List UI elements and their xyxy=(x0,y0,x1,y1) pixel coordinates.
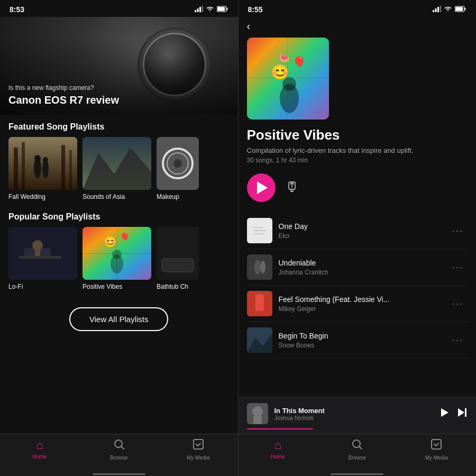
track-item-one-day[interactable]: One Day Eko ··· xyxy=(247,213,468,249)
playlist-item-makeup[interactable]: Makeup xyxy=(157,137,199,200)
playlist-item-positive-vibes[interactable]: 😊 🎈 Positive Vibes xyxy=(83,227,151,290)
track-item-begin[interactable]: Begin To Begin Snow Bones ··· xyxy=(247,322,468,359)
view-all-button[interactable]: View All Playlists xyxy=(69,307,168,331)
svg-point-62 xyxy=(254,260,261,274)
playlist-subtitle: Compilation of lyric-driven tracks that … xyxy=(247,147,468,154)
playlist-item-fall-wedding[interactable]: Fall Wedding xyxy=(8,137,77,200)
svg-marker-73 xyxy=(458,408,464,417)
begin-more-btn[interactable]: ··· xyxy=(448,333,468,348)
undeniable-more-btn[interactable]: ··· xyxy=(448,260,468,275)
svg-line-38 xyxy=(121,447,124,450)
svg-point-22 xyxy=(173,159,182,168)
svg-rect-0 xyxy=(195,10,196,12)
left-nav-mymedia[interactable]: My Media xyxy=(159,438,238,461)
right-home-bar xyxy=(331,473,383,475)
np-skip-button[interactable] xyxy=(457,407,468,420)
np-play-button[interactable] xyxy=(439,407,450,420)
svg-rect-8 xyxy=(8,137,77,190)
right-browse-icon xyxy=(351,438,363,453)
browse-label: Browse xyxy=(110,455,127,461)
svg-rect-43 xyxy=(440,6,442,12)
one-day-thumb xyxy=(247,218,272,243)
home-label: Home xyxy=(33,454,47,460)
playlist-item-lofi[interactable]: Lo-Fi xyxy=(8,227,77,290)
svg-text:🍉: 🍉 xyxy=(279,52,291,64)
right-mymedia-icon xyxy=(431,438,442,453)
right-nav-home[interactable]: ⌂ Home xyxy=(239,438,318,461)
svg-rect-11 xyxy=(61,145,65,190)
lofi-img xyxy=(8,227,77,280)
svg-rect-36 xyxy=(162,259,194,272)
one-day-more-btn[interactable]: ··· xyxy=(448,223,468,239)
right-status-bar: 8:55 xyxy=(239,0,477,17)
lofi-thumb xyxy=(8,227,77,280)
wifi-icon xyxy=(206,6,214,14)
left-home-bar xyxy=(93,473,145,475)
svg-point-66 xyxy=(255,294,264,298)
battery-icon xyxy=(217,6,228,14)
mymedia-icon xyxy=(193,438,204,453)
playlist-title: Positive Vibes xyxy=(247,127,468,143)
home-icon: ⌂ xyxy=(36,438,43,452)
play-button[interactable] xyxy=(247,173,276,202)
popular-section: Popular Song Playlists L xyxy=(0,205,238,295)
playlist-detail: 😊 🎈 🍉 Positive Vibes Compilation of lyri… xyxy=(239,38,477,397)
playlist-item-bathtub[interactable]: Bathtub Ch xyxy=(157,227,199,290)
browse-icon xyxy=(113,438,125,453)
undeniable-img xyxy=(247,254,272,280)
right-nav-browse[interactable]: Browse xyxy=(317,438,397,461)
undeniable-thumb xyxy=(247,254,272,280)
makeup-label: Makeup xyxy=(157,193,199,200)
track-item-feel-something[interactable]: Feel Something (Feat. Jessie Vi... Mikey… xyxy=(247,286,468,322)
feel-something-more-btn[interactable]: ··· xyxy=(448,296,468,312)
bathtub-thumb xyxy=(157,227,199,280)
signal-icon xyxy=(195,6,203,14)
right-wifi-icon xyxy=(444,6,452,14)
one-day-title: One Day xyxy=(279,222,442,231)
begin-img xyxy=(247,327,272,353)
bathtub-img xyxy=(157,227,199,280)
svg-rect-9 xyxy=(14,148,18,190)
makeup-thumb xyxy=(157,137,199,190)
svg-point-32 xyxy=(112,250,122,259)
begin-thumb xyxy=(247,327,272,353)
hero-subtitle: Is this a new flagship camera? xyxy=(8,84,119,91)
track-item-undeniable[interactable]: Undeniable Johanna Cranitch ··· xyxy=(247,249,468,286)
hero-banner[interactable]: Is this a new flagship camera? Canon EOS… xyxy=(0,17,238,115)
svg-text:😊: 😊 xyxy=(104,235,117,248)
svg-point-14 xyxy=(34,155,41,161)
svg-rect-71 xyxy=(253,416,262,424)
left-nav-home[interactable]: ⌂ Home xyxy=(0,438,79,461)
svg-rect-2 xyxy=(199,7,201,12)
left-nav-browse[interactable]: Browse xyxy=(79,438,159,461)
one-day-img xyxy=(247,218,272,243)
bathtub-label: Bathtub Ch xyxy=(157,283,199,290)
lofi-label: Lo-Fi xyxy=(8,283,77,290)
feel-something-artist: Mikey Geiger xyxy=(279,305,442,313)
right-mymedia-label: My Media xyxy=(425,455,447,461)
right-nav-mymedia[interactable]: My Media xyxy=(397,438,476,461)
left-time: 8:53 xyxy=(10,5,24,14)
svg-rect-46 xyxy=(465,8,466,10)
right-status-icons xyxy=(433,6,466,14)
popular-section-title: Popular Song Playlists xyxy=(8,212,230,222)
left-status-icons xyxy=(195,6,228,14)
featured-section: Featured Song Playlists xyxy=(0,115,238,205)
now-playing-bar[interactable]: In This Moment Joshua Nichols xyxy=(239,397,477,434)
view-all-container: View All Playlists xyxy=(0,298,238,341)
share-button[interactable] xyxy=(286,181,298,195)
right-browse-label: Browse xyxy=(349,455,366,461)
feel-something-thumb xyxy=(247,291,272,316)
left-home-indicator xyxy=(0,471,238,476)
fall-wedding-label: Fall Wedding xyxy=(8,193,77,200)
popular-playlist-row: Lo-Fi xyxy=(8,227,230,290)
svg-line-76 xyxy=(360,447,362,450)
back-button[interactable]: ‹ xyxy=(239,17,477,38)
begin-title: Begin To Begin xyxy=(279,332,442,340)
fall-wedding-thumb xyxy=(8,137,77,190)
positive-vibes-thumb: 😊 🎈 xyxy=(83,227,151,280)
svg-text:🎈: 🎈 xyxy=(292,56,307,70)
svg-rect-74 xyxy=(465,408,466,417)
playlist-item-sounds-asia[interactable]: Sounds of Asia xyxy=(83,137,151,200)
left-status-bar: 8:53 xyxy=(0,0,238,17)
